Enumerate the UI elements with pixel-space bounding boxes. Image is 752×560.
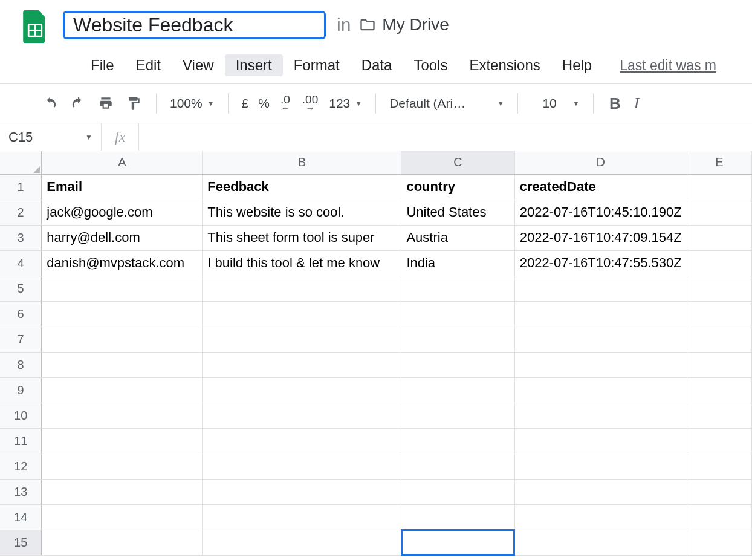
cell-B5[interactable]: [203, 276, 401, 301]
cell-E1[interactable]: [687, 174, 751, 200]
cell-D8[interactable]: [514, 352, 687, 377]
column-header-E[interactable]: E: [687, 151, 751, 174]
column-header-A[interactable]: A: [42, 151, 203, 174]
italic-button[interactable]: I: [628, 92, 646, 115]
cell-D3[interactable]: 2022-07-16T10:47:09.154Z: [514, 225, 687, 250]
menu-extensions[interactable]: Extensions: [458, 54, 551, 76]
cell-B11[interactable]: [203, 428, 401, 454]
cell-E9[interactable]: [687, 377, 751, 403]
cell-A3[interactable]: harry@dell.com: [42, 225, 203, 250]
menu-file[interactable]: File: [80, 54, 125, 76]
redo-button[interactable]: [64, 92, 92, 115]
cell-D14[interactable]: [514, 504, 687, 530]
menu-data[interactable]: Data: [351, 54, 403, 76]
cell-B13[interactable]: [203, 479, 401, 504]
menu-format[interactable]: Format: [283, 54, 351, 76]
document-title-input[interactable]: [63, 11, 326, 39]
column-header-C[interactable]: C: [401, 151, 514, 174]
cell-C14[interactable]: [401, 504, 514, 530]
cell-C2[interactable]: United States: [401, 200, 514, 225]
cell-C3[interactable]: Austria: [401, 225, 514, 250]
cell-B4[interactable]: I build this tool & let me know: [203, 250, 401, 276]
row-header-9[interactable]: 9: [0, 377, 42, 403]
cell-E8[interactable]: [687, 352, 751, 377]
font-size-dropdown[interactable]: 10▼: [527, 94, 585, 113]
cell-B12[interactable]: [203, 454, 401, 479]
cell-D5[interactable]: [514, 276, 687, 301]
cell-D11[interactable]: [514, 428, 687, 454]
increase-decimal-button[interactable]: .00→: [296, 91, 324, 115]
cell-C15[interactable]: [401, 530, 514, 555]
cell-B1[interactable]: Feedback: [203, 174, 401, 200]
column-header-B[interactable]: B: [203, 151, 401, 174]
cell-C10[interactable]: [401, 403, 514, 428]
undo-button[interactable]: [36, 92, 64, 115]
cell-B9[interactable]: [203, 377, 401, 403]
decrease-decimal-button[interactable]: .0←: [274, 91, 296, 115]
menu-tools[interactable]: Tools: [403, 54, 458, 76]
row-header-7[interactable]: 7: [0, 327, 42, 352]
cell-B15[interactable]: [203, 530, 401, 555]
row-header-4[interactable]: 4: [0, 250, 42, 276]
cell-A15[interactable]: [42, 530, 203, 555]
cell-E5[interactable]: [687, 276, 751, 301]
cell-C12[interactable]: [401, 454, 514, 479]
cell-E12[interactable]: [687, 454, 751, 479]
cell-A12[interactable]: [42, 454, 203, 479]
cell-C5[interactable]: [401, 276, 514, 301]
cell-C6[interactable]: [401, 301, 514, 327]
cell-E4[interactable]: [687, 250, 751, 276]
menu-edit[interactable]: Edit: [125, 54, 172, 76]
percent-button[interactable]: %: [253, 94, 274, 113]
cell-A7[interactable]: [42, 327, 203, 352]
cell-D9[interactable]: [514, 377, 687, 403]
row-header-2[interactable]: 2: [0, 200, 42, 225]
cell-E11[interactable]: [687, 428, 751, 454]
cell-C4[interactable]: India: [401, 250, 514, 276]
formula-bar[interactable]: [139, 123, 752, 151]
cell-D13[interactable]: [514, 479, 687, 504]
row-header-11[interactable]: 11: [0, 428, 42, 454]
row-header-13[interactable]: 13: [0, 479, 42, 504]
cell-E15[interactable]: [687, 530, 751, 555]
column-header-D[interactable]: D: [514, 151, 687, 174]
select-all-corner[interactable]: [0, 151, 42, 174]
cell-C8[interactable]: [401, 352, 514, 377]
cell-B8[interactable]: [203, 352, 401, 377]
cell-A6[interactable]: [42, 301, 203, 327]
cell-D6[interactable]: [514, 301, 687, 327]
cell-E6[interactable]: [687, 301, 751, 327]
cell-E3[interactable]: [687, 225, 751, 250]
cell-C9[interactable]: [401, 377, 514, 403]
cell-C1[interactable]: country: [401, 174, 514, 200]
row-header-8[interactable]: 8: [0, 352, 42, 377]
cell-A11[interactable]: [42, 428, 203, 454]
cell-D15[interactable]: [514, 530, 687, 555]
row-header-15[interactable]: 15: [0, 530, 42, 555]
cell-A9[interactable]: [42, 377, 203, 403]
cell-A5[interactable]: [42, 276, 203, 301]
currency-button[interactable]: £: [237, 94, 254, 113]
cell-E7[interactable]: [687, 327, 751, 352]
menu-help[interactable]: Help: [551, 54, 603, 76]
print-button[interactable]: [92, 92, 120, 115]
bold-button[interactable]: B: [602, 92, 628, 116]
cell-C11[interactable]: [401, 428, 514, 454]
row-header-6[interactable]: 6: [0, 301, 42, 327]
cell-A4[interactable]: danish@mvpstack.com: [42, 250, 203, 276]
cell-E13[interactable]: [687, 479, 751, 504]
cell-D2[interactable]: 2022-07-16T10:45:10.190Z: [514, 200, 687, 225]
cell-A8[interactable]: [42, 352, 203, 377]
cell-D1[interactable]: createdDate: [514, 174, 687, 200]
row-header-1[interactable]: 1: [0, 174, 42, 200]
cell-D10[interactable]: [514, 403, 687, 428]
cell-D4[interactable]: 2022-07-16T10:47:55.530Z: [514, 250, 687, 276]
cell-A10[interactable]: [42, 403, 203, 428]
cell-A13[interactable]: [42, 479, 203, 504]
cell-B3[interactable]: This sheet form tool is super: [203, 225, 401, 250]
more-formats-dropdown[interactable]: 123▼: [324, 94, 367, 113]
cell-D7[interactable]: [514, 327, 687, 352]
cell-B7[interactable]: [203, 327, 401, 352]
cell-D12[interactable]: [514, 454, 687, 479]
last-edit-link[interactable]: Last edit was m: [620, 57, 716, 74]
